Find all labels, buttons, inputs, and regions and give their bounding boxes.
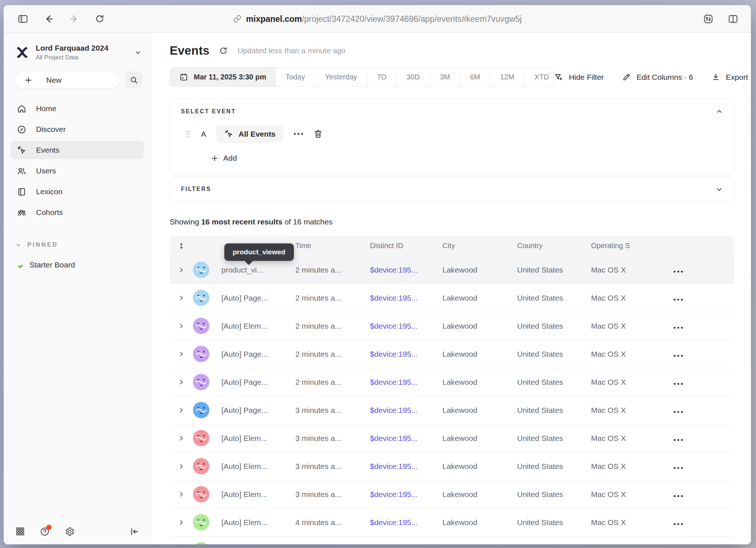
expand-row-icon[interactable]	[170, 295, 193, 301]
column-header-country[interactable]: Country	[517, 242, 591, 250]
hide-filter-button[interactable]: Hide Filter	[554, 73, 604, 82]
edit-columns-button[interactable]: Edit Columns · 6	[622, 73, 693, 82]
events-icon	[17, 145, 27, 155]
table-row[interactable]: [Auto] Page... 2 minutes a... $device:19…	[170, 368, 734, 396]
expand-row-icon[interactable]	[170, 267, 193, 273]
table-row[interactable]: [Auto] Elem... 2 minutes a... $device:19…	[170, 312, 734, 340]
cell-distinct-id-link[interactable]: $device:195...	[370, 266, 442, 274]
sidebar-item-starter-board[interactable]: Starter Board	[15, 261, 151, 269]
row-more-options-icon[interactable]	[666, 406, 734, 415]
row-more-options-icon[interactable]	[666, 518, 734, 527]
column-header-os[interactable]: Operating S	[591, 242, 666, 250]
row-more-options-icon[interactable]	[666, 490, 734, 499]
chevron-up-icon[interactable]	[716, 108, 723, 115]
back-icon[interactable]	[44, 14, 54, 24]
project-switcher[interactable]: Lord Farquaad 2024 All Project Data	[15, 44, 142, 61]
row-more-options-icon[interactable]	[666, 266, 734, 274]
chevron-down-icon[interactable]	[716, 186, 723, 193]
date-range-option[interactable]: 7D	[367, 68, 397, 86]
page-settings-icon[interactable]	[703, 13, 714, 24]
cell-os: Mac OS X	[591, 406, 666, 415]
pinned-section-toggle[interactable]: PINNED	[15, 242, 151, 248]
url-bar[interactable]: mixpanel.com/project/3472420/view/397469…	[233, 14, 522, 24]
expand-row-icon[interactable]	[170, 351, 193, 357]
sidebar-item-lexicon[interactable]: Lexicon	[11, 183, 144, 201]
drag-handle-icon[interactable]	[185, 130, 191, 138]
event-selector[interactable]: All Events	[216, 125, 284, 143]
cell-time: 2 minutes a...	[295, 322, 370, 330]
date-range-label: 30D	[406, 73, 420, 81]
export-label: Export	[726, 73, 748, 82]
updated-status: Updated less than a minute ago	[237, 46, 346, 55]
date-range-option[interactable]: 12M	[490, 68, 524, 86]
cell-distinct-id-link[interactable]: $device:195...	[370, 462, 442, 471]
cell-distinct-id-link[interactable]: $device:195...	[370, 350, 442, 359]
sidebar-item-users[interactable]: Users	[11, 162, 144, 180]
sidebar-item-cohorts[interactable]: Cohorts	[11, 203, 144, 222]
expand-row-icon[interactable]	[170, 492, 193, 497]
event-more-options-icon[interactable]	[294, 133, 303, 135]
column-header-time[interactable]: Time	[295, 242, 370, 250]
cell-distinct-id-link[interactable]: $device:195...	[370, 434, 442, 443]
date-range-option[interactable]: 30D	[396, 68, 430, 86]
expand-row-icon[interactable]	[170, 520, 193, 525]
table-row[interactable]	[170, 537, 734, 545]
refresh-icon[interactable]	[219, 46, 228, 55]
row-more-options-icon[interactable]	[666, 434, 734, 443]
cell-event-name: [Auto] Elem...	[221, 434, 295, 443]
cell-distinct-id-link[interactable]: $device:195...	[370, 322, 442, 330]
sidebar-item-discover[interactable]: Discover	[11, 120, 144, 138]
table-row[interactable]: [Auto] Page... 2 minutes a... $device:19…	[170, 340, 734, 368]
expand-row-icon[interactable]	[170, 407, 193, 413]
settings-gear-icon[interactable]	[64, 527, 75, 537]
row-more-options-icon[interactable]	[666, 462, 734, 471]
date-range-option[interactable]: Yesterday	[315, 68, 367, 86]
browser-sidebar-toggle-icon[interactable]	[17, 13, 28, 24]
reload-icon[interactable]	[95, 14, 105, 24]
row-more-options-icon[interactable]	[666, 378, 734, 387]
trash-icon[interactable]	[313, 129, 323, 139]
expand-row-icon[interactable]	[170, 463, 193, 469]
sidebar-item-events[interactable]: Events	[11, 141, 144, 159]
apps-grid-icon[interactable]	[15, 527, 25, 536]
row-more-options-icon[interactable]	[666, 350, 734, 359]
search-button[interactable]	[125, 71, 142, 89]
browser-toolbar: mixpanel.com/project/3472420/view/397469…	[4, 5, 751, 33]
row-more-options-icon[interactable]	[666, 294, 734, 302]
cell-distinct-id-link[interactable]: $device:195...	[370, 294, 442, 302]
events-icon	[224, 129, 233, 138]
split-view-icon[interactable]	[728, 13, 739, 24]
date-range-option[interactable]: 3M	[430, 68, 460, 86]
add-event-button[interactable]: Add	[211, 154, 237, 163]
expand-row-icon[interactable]	[170, 379, 193, 385]
export-button[interactable]: Export	[711, 73, 748, 82]
cell-distinct-id-link[interactable]: $device:195...	[370, 490, 442, 499]
forward-icon[interactable]	[69, 14, 79, 24]
plus-icon	[211, 154, 218, 162]
date-range-option[interactable]: Today	[275, 68, 315, 86]
date-range-option[interactable]: 6M	[460, 68, 490, 86]
table-row[interactable]: [Auto] Elem... 4 minutes a... $device:19…	[170, 509, 734, 537]
collapse-sidebar-icon[interactable]	[129, 527, 139, 537]
table-row[interactable]: [Auto] Page... 2 minutes a... $device:19…	[170, 284, 734, 312]
date-picker[interactable]: Mar 11, 2025 3:30 pm	[170, 68, 275, 86]
cell-distinct-id-link[interactable]: $device:195...	[370, 518, 442, 527]
sidebar-item-home[interactable]: Home	[11, 99, 144, 118]
cell-city: Lakewood	[442, 322, 517, 330]
date-range-option-xtd[interactable]: XTD	[524, 68, 554, 86]
expand-row-icon[interactable]	[170, 435, 193, 441]
table-row[interactable]: [Auto] Elem... 3 minutes a... $device:19…	[170, 481, 734, 509]
table-row[interactable]: [Auto] Page... 3 minutes a... $device:19…	[170, 396, 734, 424]
sidebar-item-label: Discover	[36, 125, 66, 134]
column-header-city[interactable]: City	[442, 242, 517, 250]
table-row[interactable]: [Auto] Elem... 3 minutes a... $device:19…	[170, 453, 734, 481]
expand-row-icon[interactable]	[170, 323, 193, 329]
column-header-distinct-id[interactable]: Distinct ID	[370, 242, 442, 250]
row-more-options-icon[interactable]	[666, 322, 734, 330]
cell-distinct-id-link[interactable]: $device:195...	[370, 406, 442, 415]
cell-os: Mac OS X	[591, 378, 666, 387]
table-row[interactable]: [Auto] Elem... 3 minutes a... $device:19…	[170, 424, 734, 453]
cell-distinct-id-link[interactable]: $device:195...	[370, 378, 442, 387]
collapse-all-icon[interactable]	[170, 242, 193, 250]
new-button[interactable]: New	[15, 71, 120, 89]
